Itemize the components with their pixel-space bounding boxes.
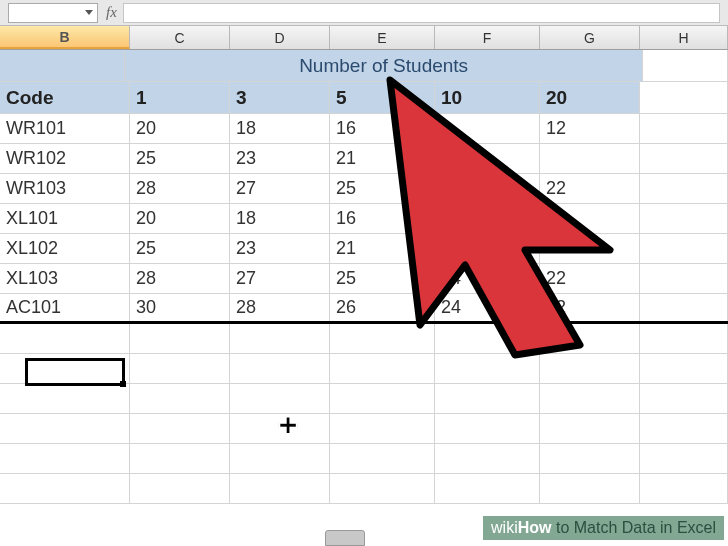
cell[interactable]: 20	[130, 114, 230, 143]
cell[interactable]: 28	[130, 264, 230, 293]
cell[interactable]: 12	[540, 114, 640, 143]
cell[interactable]	[640, 384, 728, 413]
cell[interactable]: 23	[230, 234, 330, 263]
cell[interactable]: 25	[130, 234, 230, 263]
cell[interactable]	[130, 474, 230, 503]
col-header-b[interactable]: B	[0, 26, 130, 49]
cell[interactable]: 25	[330, 264, 435, 293]
cell[interactable]	[435, 144, 540, 173]
cell[interactable]	[540, 234, 640, 263]
cell[interactable]: 25	[130, 144, 230, 173]
header-3[interactable]: 3	[230, 82, 330, 113]
cell[interactable]	[540, 324, 640, 353]
cell[interactable]	[640, 114, 728, 143]
cell[interactable]: 30	[130, 294, 230, 321]
cell-code[interactable]: WR101	[0, 114, 130, 143]
cell[interactable]	[540, 204, 640, 233]
cell[interactable]	[130, 384, 230, 413]
cell[interactable]: 23	[230, 144, 330, 173]
cell[interactable]: 22	[540, 294, 640, 321]
cell[interactable]	[435, 234, 540, 263]
cell[interactable]	[330, 444, 435, 473]
cell[interactable]	[435, 474, 540, 503]
cell-code[interactable]: XL102	[0, 234, 130, 263]
cell[interactable]	[230, 354, 330, 383]
cell[interactable]	[330, 324, 435, 353]
cell[interactable]: 20	[130, 204, 230, 233]
header-5[interactable]: 5	[330, 82, 435, 113]
cell[interactable]: 26	[330, 294, 435, 321]
cell-code[interactable]: XL101	[0, 204, 130, 233]
cell[interactable]	[435, 444, 540, 473]
cell[interactable]	[0, 324, 130, 353]
cell[interactable]	[230, 444, 330, 473]
cell[interactable]	[130, 354, 230, 383]
cell[interactable]	[230, 384, 330, 413]
cell[interactable]	[130, 324, 230, 353]
cell[interactable]: 27	[230, 264, 330, 293]
cell[interactable]	[0, 384, 130, 413]
cell[interactable]: 18	[230, 114, 330, 143]
cell[interactable]	[330, 354, 435, 383]
cell[interactable]	[0, 474, 130, 503]
cell[interactable]	[0, 50, 125, 81]
cell[interactable]	[130, 444, 230, 473]
cell[interactable]	[640, 264, 728, 293]
col-header-c[interactable]: C	[130, 26, 230, 49]
cell[interactable]: 16	[330, 114, 435, 143]
sheet-tab-scroll[interactable]	[325, 530, 365, 546]
cell[interactable]: 28	[230, 294, 330, 321]
cell[interactable]	[640, 474, 728, 503]
col-header-g[interactable]: G	[540, 26, 640, 49]
cell[interactable]	[435, 354, 540, 383]
cell[interactable]	[540, 384, 640, 413]
cell[interactable]: 24	[435, 264, 540, 293]
header-1[interactable]: 1	[130, 82, 230, 113]
cell-code[interactable]: AC101	[0, 294, 130, 321]
cell[interactable]	[540, 444, 640, 473]
cell[interactable]	[640, 234, 728, 263]
cell[interactable]	[540, 414, 640, 443]
cell[interactable]: 24	[435, 294, 540, 321]
cell[interactable]	[130, 414, 230, 443]
cell[interactable]: 22	[540, 174, 640, 203]
cell[interactable]	[435, 384, 540, 413]
cell[interactable]	[330, 384, 435, 413]
cell[interactable]	[230, 474, 330, 503]
cell[interactable]	[640, 82, 728, 113]
cell[interactable]: 16	[330, 204, 435, 233]
header-10[interactable]: 10	[435, 82, 540, 113]
cell[interactable]	[0, 444, 130, 473]
cell[interactable]: 28	[130, 174, 230, 203]
cell[interactable]	[640, 294, 728, 321]
cell[interactable]	[540, 474, 640, 503]
cell[interactable]: 21	[330, 234, 435, 263]
header-code[interactable]: Code	[0, 82, 130, 113]
cell-code[interactable]: XL103	[0, 264, 130, 293]
cell[interactable]: 25	[330, 174, 435, 203]
cell[interactable]	[540, 354, 640, 383]
cell[interactable]: 18	[230, 204, 330, 233]
col-header-f[interactable]: F	[435, 26, 540, 49]
col-header-e[interactable]: E	[330, 26, 435, 49]
cell[interactable]	[435, 174, 540, 203]
cell[interactable]	[330, 414, 435, 443]
cell-code[interactable]: WR103	[0, 174, 130, 203]
cell[interactable]	[230, 324, 330, 353]
cell[interactable]: 21	[330, 144, 435, 173]
col-header-h[interactable]: H	[640, 26, 728, 49]
cell[interactable]	[640, 354, 728, 383]
cell[interactable]	[435, 414, 540, 443]
cell[interactable]	[330, 474, 435, 503]
cell[interactable]	[643, 50, 728, 81]
header-20[interactable]: 20	[540, 82, 640, 113]
formula-input[interactable]	[123, 3, 720, 23]
cell[interactable]	[0, 354, 130, 383]
table-title[interactable]: Number of Students	[125, 50, 643, 81]
cell[interactable]	[435, 114, 540, 143]
cell[interactable]	[640, 324, 728, 353]
cell[interactable]	[640, 444, 728, 473]
cell[interactable]: 27	[230, 174, 330, 203]
cell[interactable]	[0, 414, 130, 443]
cell[interactable]	[640, 414, 728, 443]
